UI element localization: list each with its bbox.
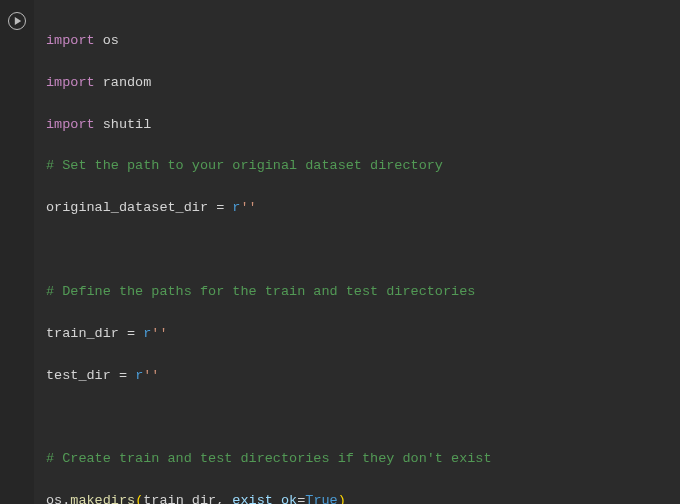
blank-line (46, 240, 670, 261)
paren-close: ) (338, 493, 346, 504)
keyword-import: import (46, 117, 95, 132)
code-line: import shutil (46, 115, 670, 136)
code-line: import os (46, 31, 670, 52)
keyword-true: True (305, 493, 337, 504)
module-name: os (103, 33, 119, 48)
run-cell-button[interactable] (8, 12, 26, 30)
code-line: original_dataset_dir = r'' (46, 198, 670, 219)
code-line: # Define the paths for the train and tes… (46, 282, 670, 303)
string-literal: '' (143, 368, 159, 383)
code-line: os.makedirs(train_dir, exist_ok=True) (46, 491, 670, 504)
operator: = (111, 368, 135, 383)
operator: = (119, 326, 143, 341)
string-literal: '' (151, 326, 167, 341)
code-line: # Set the path to your original dataset … (46, 156, 670, 177)
variable: original_dataset_dir (46, 200, 208, 215)
function-call: makedirs (70, 493, 135, 504)
code-line: test_dir = r'' (46, 366, 670, 387)
code-line: train_dir = r'' (46, 324, 670, 345)
object: os (46, 493, 62, 504)
cell-gutter (0, 0, 34, 504)
comment: # Create train and test directories if t… (46, 451, 492, 466)
argument: train_dir (143, 493, 216, 504)
keyword-import: import (46, 75, 95, 90)
play-icon (14, 17, 22, 25)
code-editor[interactable]: import os import random import shutil # … (34, 0, 680, 504)
module-name: random (103, 75, 152, 90)
variable: test_dir (46, 368, 111, 383)
comma: , (216, 493, 232, 504)
module-name: shutil (103, 117, 152, 132)
code-line: # Create train and test directories if t… (46, 449, 670, 470)
code-line: import random (46, 73, 670, 94)
keyword-import: import (46, 33, 95, 48)
variable: train_dir (46, 326, 119, 341)
kwarg-name: exist_ok (232, 493, 297, 504)
comment: # Set the path to your original dataset … (46, 158, 443, 173)
blank-line (46, 408, 670, 429)
string-literal: '' (240, 200, 256, 215)
comment: # Define the paths for the train and tes… (46, 284, 475, 299)
operator: = (208, 200, 232, 215)
